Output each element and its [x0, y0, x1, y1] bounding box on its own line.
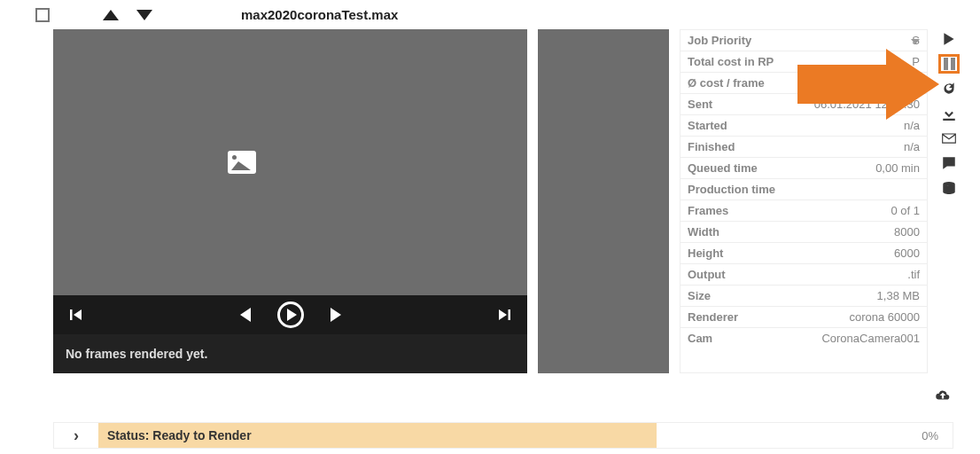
- svg-rect-0: [70, 309, 73, 320]
- preview-column: No frames rendered yet.: [53, 29, 527, 373]
- info-row: Startedn/a: [681, 115, 927, 137]
- info-value: P: [912, 55, 920, 68]
- info-value: CoronaCamera001: [821, 332, 920, 345]
- status-bar: › Status: Ready to Render 0%: [53, 422, 953, 449]
- info-row: Queued time0,00 min: [681, 158, 927, 179]
- info-row: Total cost in RPP: [681, 51, 927, 73]
- info-row: Width8000: [681, 222, 927, 243]
- skip-start-button[interactable]: [69, 308, 83, 322]
- info-value: 0,00 min: [875, 161, 920, 175]
- info-row: Sent06.01.2021 12:25:30: [681, 94, 927, 115]
- player-controls: [53, 295, 527, 334]
- arrow-down-icon[interactable]: [136, 10, 152, 20]
- info-label: Queued time: [688, 161, 758, 175]
- info-label: Frames: [688, 204, 728, 217]
- info-row: Output.tif: [681, 264, 927, 286]
- info-value: 06.01.2021 12:25:30: [814, 98, 920, 111]
- info-value: 0 of 1: [891, 204, 920, 217]
- start-button[interactable]: [938, 29, 960, 49]
- info-value: .tif: [907, 268, 920, 281]
- info-label: Output: [688, 268, 726, 281]
- svg-rect-1: [509, 309, 511, 320]
- info-label: Job Priority: [688, 34, 751, 47]
- info-label: Height: [688, 247, 723, 260]
- info-row: Size1,38 MB: [681, 286, 927, 307]
- render-status-text: No frames rendered yet.: [53, 334, 527, 373]
- info-label: Started: [688, 119, 727, 132]
- action-column: [938, 29, 963, 373]
- info-row: Renderercorona 60000: [681, 307, 927, 328]
- info-label: Sent: [688, 98, 712, 111]
- thumbnail-column: [538, 29, 669, 373]
- status-bar-label: Status: Ready to Render: [98, 423, 657, 448]
- center-controls: [240, 301, 341, 328]
- prev-button[interactable]: [240, 308, 251, 322]
- info-label: Width: [688, 225, 719, 239]
- info-row-priority[interactable]: Job Priority S: [681, 30, 927, 51]
- header-row: max2020coronaTest.max: [0, 0, 980, 29]
- skip-end-button[interactable]: [497, 308, 511, 322]
- info-value: n/a: [904, 140, 920, 153]
- info-row: Ø cost / frame0,00 RP: [681, 73, 927, 94]
- info-label: Total cost in RP: [688, 55, 774, 68]
- info-row: Frames0 of 1: [681, 200, 927, 222]
- download-button[interactable]: [938, 104, 960, 123]
- refresh-button[interactable]: [938, 79, 960, 98]
- info-value: n/a: [904, 119, 920, 132]
- image-placeholder-icon: [228, 151, 256, 174]
- disk-button[interactable]: [938, 178, 960, 198]
- preview-side: [433, 29, 527, 295]
- sort-arrows: [103, 10, 152, 20]
- play-button[interactable]: [277, 301, 304, 328]
- info-value: 0,00 RP: [878, 76, 920, 90]
- info-value: 1,38 MB: [877, 289, 920, 302]
- pause-icon: [944, 58, 955, 70]
- expand-chevron-icon[interactable]: ›: [54, 427, 98, 445]
- pause-button[interactable]: [938, 54, 960, 74]
- upload-button[interactable]: [932, 386, 953, 405]
- comment-button[interactable]: [938, 153, 960, 173]
- job-info-panel: Job Priority S Total cost in RPP Ø cost …: [680, 29, 928, 373]
- info-row: Height6000: [681, 243, 927, 264]
- info-value: 6000: [894, 247, 920, 260]
- info-label: Renderer: [688, 310, 738, 324]
- info-row: Finishedn/a: [681, 137, 927, 158]
- chevron-down-icon: [911, 39, 920, 44]
- preview-main: [53, 29, 430, 295]
- info-row: CamCoronaCamera001: [681, 328, 927, 348]
- progress-percent: 0%: [922, 429, 953, 442]
- info-value: 8000: [894, 225, 920, 239]
- info-label: Cam: [688, 332, 712, 345]
- info-label: Production time: [688, 183, 775, 196]
- info-label: Finished: [688, 140, 735, 153]
- preview-area: [53, 29, 527, 295]
- info-row: Production time: [681, 179, 927, 200]
- main-content: No frames rendered yet. Job Priority S T…: [0, 29, 980, 373]
- info-value: corona 60000: [849, 310, 920, 324]
- next-button[interactable]: [331, 308, 341, 322]
- filename-label: max2020coronaTest.max: [241, 7, 398, 22]
- info-label: Ø cost / frame: [688, 76, 765, 90]
- info-label: Size: [688, 289, 711, 302]
- arrow-up-icon[interactable]: [103, 10, 119, 20]
- email-button[interactable]: [938, 129, 960, 148]
- select-checkbox[interactable]: [35, 8, 50, 22]
